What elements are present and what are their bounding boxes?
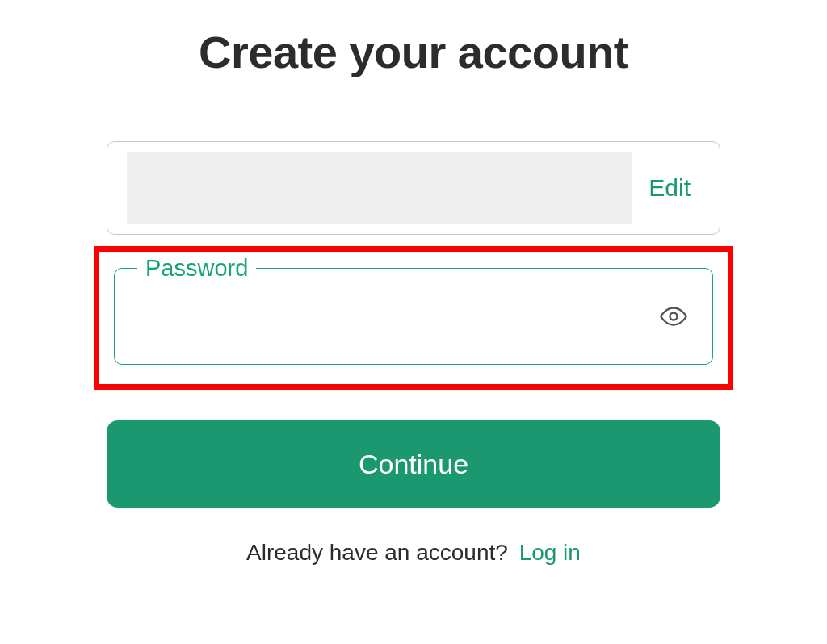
login-prompt-row: Already have an account? Log in [107,540,720,566]
continue-button[interactable]: Continue [107,420,720,508]
login-link[interactable]: Log in [519,540,581,565]
toggle-password-visibility-button[interactable] [657,300,690,332]
password-highlight-box: Password [94,246,733,390]
password-fieldset: Password [114,268,713,365]
login-prompt-text: Already have an account? [246,540,508,565]
eye-icon [659,302,688,331]
password-input[interactable] [134,296,643,349]
signup-form: Create your account Edit Password Contin… [107,0,720,566]
edit-email-button[interactable]: Edit [649,174,697,202]
password-label: Password [137,255,256,282]
page-title: Create your account [107,26,720,78]
email-display-box: Edit [107,141,720,235]
svg-point-0 [670,313,678,320]
email-masked-value [127,152,632,224]
